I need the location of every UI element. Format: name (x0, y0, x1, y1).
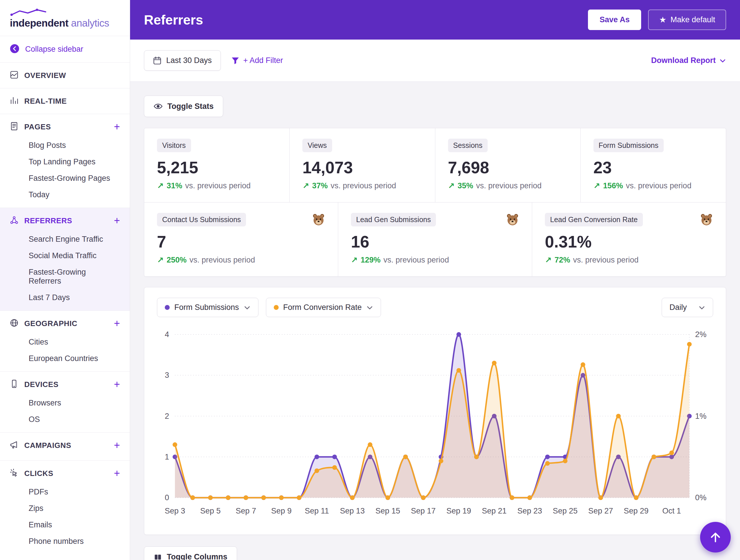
page-title: Referrers (144, 12, 581, 28)
brand-logo[interactable]: independent analytics (0, 0, 130, 36)
sidebar-item-label: CAMPAIGNS (24, 441, 71, 450)
sidebar-subitem-european-countries[interactable]: European Countries (0, 350, 130, 367)
cursor-click-icon (10, 468, 18, 477)
sidebar-subitem-pdfs[interactable]: PDFs (0, 484, 130, 500)
trend-up-arrow-icon: ↗ (593, 181, 600, 191)
sidebar-item-campaigns[interactable]: CAMPAIGNS+ (0, 433, 130, 456)
trend-up-arrow-icon: ↗ (157, 255, 164, 265)
make-default-button[interactable]: ★ Make default (648, 10, 726, 30)
legend-form-submissions[interactable]: Form Submissions (157, 298, 258, 317)
stat-change: ↗37%vs. previous period (302, 181, 422, 191)
trend-up-arrow-icon: ↗ (302, 181, 309, 191)
svg-text:Sep 15: Sep 15 (375, 507, 400, 515)
sidebar-block-overview: OVERVIEW (0, 63, 130, 88)
expand-plus-icon[interactable]: + (114, 379, 120, 389)
date-range-label: Last 30 Days (166, 56, 212, 65)
date-range-button[interactable]: Last 30 Days (144, 50, 221, 71)
save-as-button[interactable]: Save As (588, 10, 641, 30)
sidebar-subitem-fastest-growing-referrers[interactable]: Fastest-Growing Referrers (0, 264, 130, 290)
sidebar-item-label: REAL-TIME (24, 97, 67, 106)
scroll-top-button[interactable] (700, 522, 731, 553)
expand-plus-icon[interactable]: + (114, 215, 120, 226)
sidebar-item-collapse-sidebar[interactable]: Collapse sidebar (0, 36, 130, 63)
sidebar-subitem-top-landing-pages[interactable]: Top Landing Pages (0, 154, 130, 170)
referrers-icon (10, 216, 18, 224)
line-chart[interactable]: 012340%1%2%Sep 3Sep 5Sep 7Sep 9Sep 11Sep… (157, 324, 713, 527)
arrow-up-icon (709, 531, 722, 544)
svg-text:Sep 21: Sep 21 (482, 507, 507, 515)
sidebar-item-real-time[interactable]: REAL-TIME (0, 88, 130, 114)
sidebar-subitem-phone-numbers[interactable]: Phone numbers (0, 533, 130, 550)
stat-change: ↗250%vs. previous period (157, 255, 325, 265)
sidebar-item-label: DEVICES (24, 380, 59, 389)
growth-goal-bear-icon (506, 213, 519, 226)
add-filter-label: + Add Filter (244, 56, 283, 65)
download-report-label: Download Report (651, 56, 716, 65)
chevron-down-icon (699, 304, 705, 311)
chevron-down-icon (366, 304, 373, 311)
geographic-icon (10, 319, 18, 328)
sidebar-block-clicks: CLICKS+PDFsZipsEmailsPhone numbers (0, 460, 130, 554)
sidebar-item-devices[interactable]: DEVICES+ (0, 372, 130, 395)
stat-value: 16 (351, 232, 519, 251)
sidebar-item-geographic[interactable]: GEOGRAPHIC+ (0, 311, 130, 334)
sidebar-subitem-zips[interactable]: Zips (0, 500, 130, 517)
trend-up-arrow-icon: ↗ (448, 181, 455, 191)
sidebar-subitem-last-7-days[interactable]: Last 7 Days (0, 290, 130, 306)
svg-text:0: 0 (165, 493, 169, 502)
filter-toolbar: Last 30 Days + Add Filter Download Repor… (130, 39, 740, 82)
stat-vs-label: vs. previous period (573, 256, 639, 264)
sidebar-subitem-today[interactable]: Today (0, 187, 130, 203)
calendar-icon (153, 56, 162, 65)
devices-icon (10, 379, 18, 389)
sidebar-subitem-search-engine-traffic[interactable]: Search Engine Traffic (0, 231, 130, 247)
sidebar-subitem-social-media-traffic[interactable]: Social Media Traffic (0, 247, 130, 264)
stat-change-percent: 250% (167, 256, 186, 264)
sidebar-subitem-emails[interactable]: Emails (0, 517, 130, 533)
sidebar-block-real-time: REAL-TIME (0, 88, 130, 114)
legend-form-conversion-rate[interactable]: Form Conversion Rate (266, 298, 381, 317)
stat-vs-label: vs. previous period (476, 181, 542, 190)
stat-value: 14,073 (302, 158, 422, 177)
stats-panel: Visitors5,215↗31%vs. previous periodView… (144, 128, 726, 277)
expand-plus-icon[interactable]: + (114, 440, 120, 451)
add-filter-button[interactable]: + Add Filter (231, 56, 283, 65)
sidebar-item-label: GEOGRAPHIC (24, 319, 78, 328)
sidebar-item-pages[interactable]: PAGES+ (0, 114, 130, 137)
stat-vs-label: vs. previous period (185, 181, 251, 190)
pages-icon (10, 122, 18, 130)
svg-text:Sep 7: Sep 7 (236, 507, 256, 515)
campaigns-icon (10, 440, 18, 450)
sidebar-item-overview[interactable]: OVERVIEW (0, 63, 130, 88)
svg-text:0%: 0% (695, 493, 707, 502)
expand-plus-icon[interactable]: + (114, 318, 120, 329)
sidebar-item-clicks[interactable]: CLICKS+ (0, 461, 130, 484)
funnel-icon (231, 57, 239, 65)
sidebar-subitem-fastest-growing-pages[interactable]: Fastest-Growing Pages (0, 170, 130, 187)
stat-change-percent: 31% (167, 181, 182, 190)
sidebar-subitem-blog-posts[interactable]: Blog Posts (0, 137, 130, 154)
sidebar-item-referrers[interactable]: REFERRERS+ (0, 208, 130, 231)
stat-label: Lead Gen Submissions (351, 213, 436, 226)
stat-card-sessions: Sessions7,698↗35%vs. previous period (435, 128, 581, 202)
stat-label: Contact Us Submissions (157, 213, 246, 226)
stat-change: ↗129%vs. previous period (351, 255, 519, 265)
expand-plus-icon[interactable]: + (114, 468, 120, 478)
sidebar-block-referrers: REFERRERS+Search Engine TrafficSocial Me… (0, 208, 130, 311)
sidebar-subitem-os[interactable]: OS (0, 411, 130, 428)
sidebar-block-collapse-sidebar: Collapse sidebar (0, 36, 130, 63)
svg-text:2%: 2% (695, 330, 707, 339)
sidebar-block-devices: DEVICES+BrowsersOS (0, 371, 130, 432)
sidebar-block-geographic: GEOGRAPHIC+CitiesEuropean Countries (0, 311, 130, 371)
sidebar-subitem-browsers[interactable]: Browsers (0, 395, 130, 411)
toggle-stats-button[interactable]: Toggle Stats (144, 96, 223, 117)
sidebar-subitem-cities[interactable]: Cities (0, 334, 130, 350)
toggle-columns-button[interactable]: Toggle Columns (144, 546, 237, 560)
interval-select[interactable]: Daily (662, 298, 713, 317)
purple-dot-icon (165, 305, 170, 310)
download-report-button[interactable]: Download Report (651, 56, 726, 65)
pages-icon (10, 122, 18, 132)
orange-dot-icon (274, 305, 279, 310)
expand-plus-icon[interactable]: + (114, 122, 120, 132)
stats-row-1: Visitors5,215↗31%vs. previous periodView… (144, 128, 726, 202)
